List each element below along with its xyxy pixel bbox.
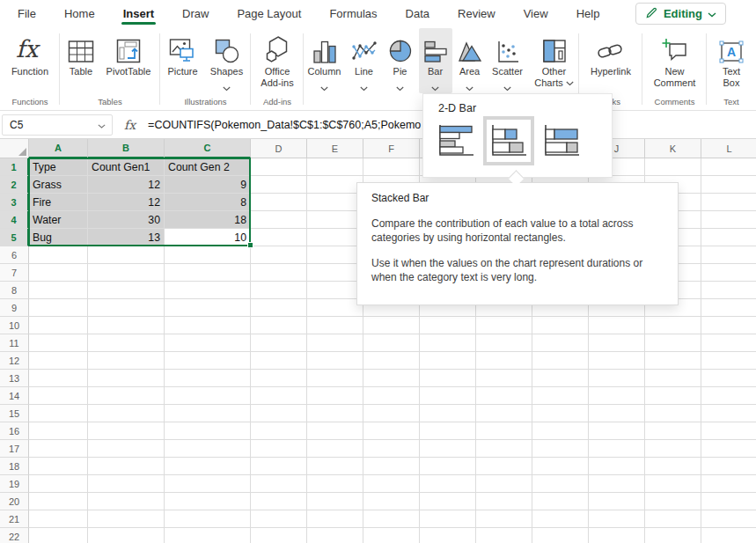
row-header-10[interactable]: 10: [0, 317, 29, 334]
ribbon-area-button[interactable]: Area: [454, 28, 486, 93]
cell-B6[interactable]: [88, 246, 165, 264]
cell-F11[interactable]: [363, 334, 420, 352]
cell-A6[interactable]: [29, 246, 88, 264]
cell-B3[interactable]: 12: [88, 194, 165, 211]
cell-G22[interactable]: [420, 528, 476, 543]
menu-tab-page-layout[interactable]: Page Layout: [237, 0, 301, 26]
cell-E19[interactable]: [307, 475, 363, 493]
menu-tab-file[interactable]: File: [18, 0, 36, 26]
cell-I15[interactable]: [532, 405, 589, 422]
cell-C20[interactable]: [165, 493, 251, 510]
cell-G19[interactable]: [420, 475, 476, 493]
ribbon-picture-button[interactable]: Picture: [163, 28, 203, 93]
cell-K19[interactable]: [645, 475, 701, 493]
ribbon-column-button[interactable]: Column: [305, 28, 345, 93]
cell-L15[interactable]: [701, 405, 756, 422]
menu-tab-help[interactable]: Help: [576, 0, 600, 26]
cell-L3[interactable]: [701, 194, 756, 211]
cell-L10[interactable]: [701, 317, 756, 334]
cell-A8[interactable]: [29, 282, 88, 299]
cell-B2[interactable]: 12: [88, 176, 165, 194]
row-header-19[interactable]: 19: [0, 475, 29, 493]
cell-F17[interactable]: [363, 440, 420, 458]
row-header-2[interactable]: 2: [0, 176, 29, 194]
cell-I18[interactable]: [532, 458, 589, 475]
cell-F18[interactable]: [363, 458, 420, 475]
menu-tab-formulas[interactable]: Formulas: [329, 0, 377, 26]
cell-C2[interactable]: 9: [165, 176, 251, 194]
cell-F13[interactable]: [363, 370, 420, 387]
cell-J15[interactable]: [589, 405, 645, 422]
cell-B10[interactable]: [88, 317, 165, 334]
col-header-K[interactable]: K: [645, 139, 701, 158]
cell-E8[interactable]: [307, 282, 363, 299]
cell-G10[interactable]: [420, 317, 476, 334]
cell-B1[interactable]: Count Gen1: [88, 158, 165, 176]
cell-J17[interactable]: [589, 440, 645, 458]
cell-A21[interactable]: [29, 510, 88, 528]
cell-L13[interactable]: [701, 370, 756, 387]
clustered-bar-option[interactable]: [430, 116, 481, 165]
cell-D22[interactable]: [251, 528, 307, 543]
ribbon-new-comment-button[interactable]: New Comment: [647, 28, 703, 93]
cell-F22[interactable]: [363, 528, 420, 543]
cell-E10[interactable]: [307, 317, 363, 334]
stacked-bar-option[interactable]: [483, 116, 534, 165]
cell-H21[interactable]: [476, 510, 532, 528]
cell-F14[interactable]: [363, 387, 420, 405]
cell-L19[interactable]: [701, 475, 756, 493]
cell-J18[interactable]: [589, 458, 645, 475]
cell-H22[interactable]: [476, 528, 532, 543]
cell-A18[interactable]: [29, 458, 88, 475]
menu-tab-home[interactable]: Home: [64, 0, 95, 26]
row-header-21[interactable]: 21: [0, 510, 29, 528]
cell-L21[interactable]: [701, 510, 756, 528]
row-header-12[interactable]: 12: [0, 352, 29, 370]
cell-B9[interactable]: [88, 299, 165, 317]
cell-L6[interactable]: [701, 246, 756, 264]
cell-E14[interactable]: [307, 387, 363, 405]
cell-F16[interactable]: [363, 422, 420, 440]
cell-L8[interactable]: [701, 282, 756, 299]
cell-D14[interactable]: [251, 387, 307, 405]
cell-I22[interactable]: [532, 528, 589, 543]
row-header-15[interactable]: 15: [0, 405, 29, 422]
cell-D16[interactable]: [251, 422, 307, 440]
cell-E15[interactable]: [307, 405, 363, 422]
ribbon-other-charts-button[interactable]: Other Charts: [530, 28, 579, 93]
cell-E17[interactable]: [307, 440, 363, 458]
cell-L4[interactable]: [701, 211, 756, 229]
fill-handle[interactable]: [247, 242, 253, 248]
cell-G17[interactable]: [420, 440, 476, 458]
cell-D3[interactable]: [251, 194, 307, 211]
cell-C3[interactable]: 8: [165, 194, 251, 211]
cell-C13[interactable]: [165, 370, 251, 387]
menu-tab-view[interactable]: View: [524, 0, 548, 26]
cell-K22[interactable]: [645, 528, 701, 543]
cell-G12[interactable]: [420, 352, 476, 370]
cell-D19[interactable]: [251, 475, 307, 493]
cell-C16[interactable]: [165, 422, 251, 440]
cell-J12[interactable]: [589, 352, 645, 370]
cell-L16[interactable]: [701, 422, 756, 440]
cell-K13[interactable]: [645, 370, 701, 387]
cell-K15[interactable]: [645, 405, 701, 422]
cell-C4[interactable]: 18: [165, 211, 251, 229]
formula-input[interactable]: =COUNTIFS(Pokemon_Data!$C$1:$C$760;A5;Po…: [148, 119, 426, 131]
cell-L14[interactable]: [701, 387, 756, 405]
cell-F21[interactable]: [363, 510, 420, 528]
row-header-5[interactable]: 5: [0, 229, 29, 246]
cell-I10[interactable]: [532, 317, 589, 334]
cell-L20[interactable]: [701, 493, 756, 510]
cell-K1[interactable]: [645, 158, 701, 176]
cell-A12[interactable]: [29, 352, 88, 370]
cell-A14[interactable]: [29, 387, 88, 405]
row-header-13[interactable]: 13: [0, 370, 29, 387]
col-header-C[interactable]: C: [165, 139, 251, 158]
cell-D12[interactable]: [251, 352, 307, 370]
cell-E16[interactable]: [307, 422, 363, 440]
cell-L11[interactable]: [701, 334, 756, 352]
cell-J14[interactable]: [589, 387, 645, 405]
cell-E7[interactable]: [307, 264, 363, 282]
cell-E21[interactable]: [307, 510, 363, 528]
